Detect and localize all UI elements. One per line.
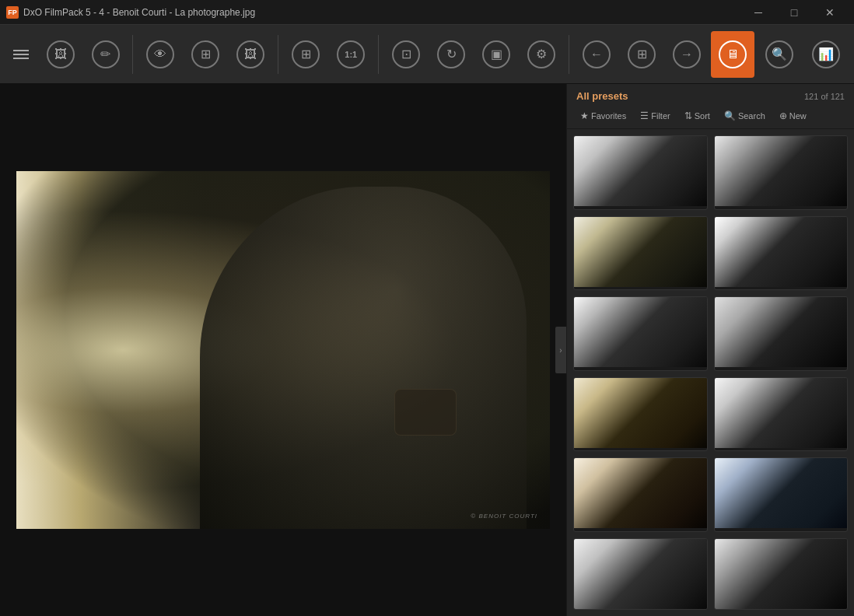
preset-thumbnail	[574, 378, 707, 448]
image-area: © BENOIT COURTI ›	[0, 84, 566, 616]
preset-name: Adox Color Implosion	[574, 287, 707, 291]
rotate-button[interactable]: ↻	[430, 31, 472, 78]
toolbar-right: 🖥 🔍 📊	[711, 31, 848, 78]
zoom-1to1-button[interactable]: 1:1	[330, 31, 372, 78]
single-view-icon: 🖥	[719, 40, 747, 68]
camera-shape	[394, 389, 457, 436]
library-button[interactable]: 🖼	[40, 31, 82, 78]
preset-item[interactable]: Adox OMS 20	[714, 135, 849, 210]
thumbnail-strip-button[interactable]: ⊞	[621, 31, 663, 78]
sort-icon: ⇅	[684, 110, 692, 121]
frame-button[interactable]: ▣	[475, 31, 517, 78]
prev-image-button[interactable]: ←	[576, 31, 618, 78]
single-view-button[interactable]: 🖥	[711, 31, 754, 78]
image-watermark: © BENOIT COURTI	[471, 513, 537, 520]
new-icon: ⊕	[779, 110, 787, 121]
preset-thumbnail	[574, 136, 707, 206]
presets-title: All presets	[576, 90, 628, 102]
filter-icon: ☰	[640, 110, 649, 121]
library-icon: 🖼	[47, 40, 75, 68]
grid-button[interactable]: ⊞	[285, 31, 327, 78]
search-button[interactable]: 🔍 Search	[720, 108, 769, 124]
edit-button[interactable]: ✏	[85, 31, 127, 78]
new-preset-button[interactable]: ⊕ New	[775, 108, 810, 124]
preset-name: Agfa Scala 200x	[715, 448, 848, 452]
presets-header: All presets 121 of 121 ★ Favorites ☰ Fil…	[567, 84, 854, 129]
preset-name: Adox CHS 100 II	[574, 206, 707, 210]
panel-toggle-button[interactable]: ›	[555, 327, 566, 373]
search-icon: 🔍	[724, 110, 736, 121]
titlebar: FP DxO FilmPack 5 - 4 - Benoit Courti - …	[0, 0, 854, 25]
next-image-button[interactable]: →	[666, 31, 708, 78]
rotate-icon: ↻	[437, 40, 465, 68]
crop-button[interactable]: ⊡	[385, 31, 427, 78]
preset-thumbnail	[715, 136, 848, 206]
presets-grid: Adox CHS 100 IIAdox OMS 20Adox Color Imp…	[567, 129, 854, 616]
preset-item[interactable]: Preset 10	[714, 457, 849, 532]
toolbar-sep-1	[132, 35, 133, 74]
favorites-button[interactable]: ★ Favorites	[576, 108, 630, 124]
viewer-button[interactable]: 👁	[139, 31, 181, 78]
preset-item[interactable]: Agfa Precisa 100	[573, 377, 708, 452]
preset-thumbnail	[715, 297, 848, 367]
window-title: DxO FilmPack 5 - 4 - Benoit Courti - La …	[23, 7, 255, 18]
preset-thumbnail	[574, 458, 707, 528]
preset-item[interactable]: Agfa APX 25	[714, 296, 849, 371]
crop-icon: ⊡	[392, 40, 420, 68]
star-icon: ★	[580, 110, 589, 121]
preset-item[interactable]	[573, 538, 708, 610]
image-placeholder: © BENOIT COURTI	[16, 171, 550, 529]
toolbar-sep-4	[569, 35, 569, 74]
sort-button[interactable]: ⇅ Sort	[681, 108, 714, 124]
preset-item[interactable]: Preset 9	[573, 457, 708, 532]
preset-name: Preset 10	[715, 528, 848, 532]
toolbar-sep-3	[378, 35, 379, 74]
compare-button[interactable]: ⊞	[184, 31, 226, 78]
main-content: © BENOIT COURTI › All presets 121 of 121…	[0, 84, 854, 616]
close-button[interactable]: ✕	[812, 0, 848, 25]
edit-icon: ✏	[92, 40, 120, 68]
presets-title-row: All presets 121 of 121	[576, 90, 845, 102]
preset-thumbnail	[715, 458, 848, 528]
compare-view-button[interactable]: 🔍	[758, 31, 801, 78]
grid-icon: ⊞	[292, 40, 320, 68]
histogram-icon: 📊	[812, 40, 840, 68]
preset-item[interactable]: Agfa APX 100	[573, 296, 708, 371]
preset-name: Agfa APX 100	[574, 367, 707, 371]
histogram-button[interactable]: 📊	[804, 31, 848, 78]
next-icon: →	[673, 40, 701, 68]
preset-thumbnail	[574, 217, 707, 287]
preset-item[interactable]: Adox Silvermax 21	[714, 216, 849, 291]
compare-view-icon: 🔍	[765, 40, 793, 68]
filter-button[interactable]: ☰ Filter	[636, 108, 674, 124]
settings-button[interactable]: ⚙	[520, 31, 562, 78]
presets-count: 121 of 121	[804, 92, 845, 101]
preset-item[interactable]	[714, 538, 849, 610]
thumbnail-strip-icon: ⊞	[628, 40, 656, 68]
settings-icon: ⚙	[527, 40, 555, 68]
original-icon: 🖼	[236, 40, 264, 68]
preset-thumbnail	[715, 378, 848, 448]
preset-thumbnail	[715, 217, 848, 287]
preset-item[interactable]: Agfa Scala 200x	[714, 377, 849, 452]
titlebar-left: FP DxO FilmPack 5 - 4 - Benoit Courti - …	[6, 6, 255, 19]
compare-icon: ⊞	[191, 40, 219, 68]
preset-name: Agfa Precisa 100	[574, 448, 707, 452]
preset-name: Preset 9	[574, 528, 707, 532]
window-controls: ─ □ ✕	[740, 0, 848, 25]
image-figure	[200, 187, 527, 529]
zoom-icon: 1:1	[337, 40, 365, 68]
menu-button[interactable]	[6, 31, 37, 78]
presets-toolbar: ★ Favorites ☰ Filter ⇅ Sort 🔍 Search ⊕	[576, 108, 845, 124]
viewer-icon: 👁	[146, 40, 174, 68]
preset-item[interactable]: Adox CHS 100 II	[573, 135, 708, 210]
preset-name: Adox OMS 20	[715, 206, 848, 210]
app-icon: FP	[6, 6, 19, 19]
minimize-button[interactable]: ─	[740, 0, 776, 25]
preset-item[interactable]: Adox Color Implosion	[573, 216, 708, 291]
maximize-button[interactable]: □	[776, 0, 812, 25]
frame-icon: ▣	[482, 40, 510, 68]
main-toolbar: 🖼 ✏ 👁 ⊞ 🖼 ⊞ 1:1 ⊡ ↻ ▣ ⚙ ←	[0, 25, 854, 84]
original-button[interactable]: 🖼	[229, 31, 271, 78]
preset-thumbnail	[574, 539, 707, 609]
